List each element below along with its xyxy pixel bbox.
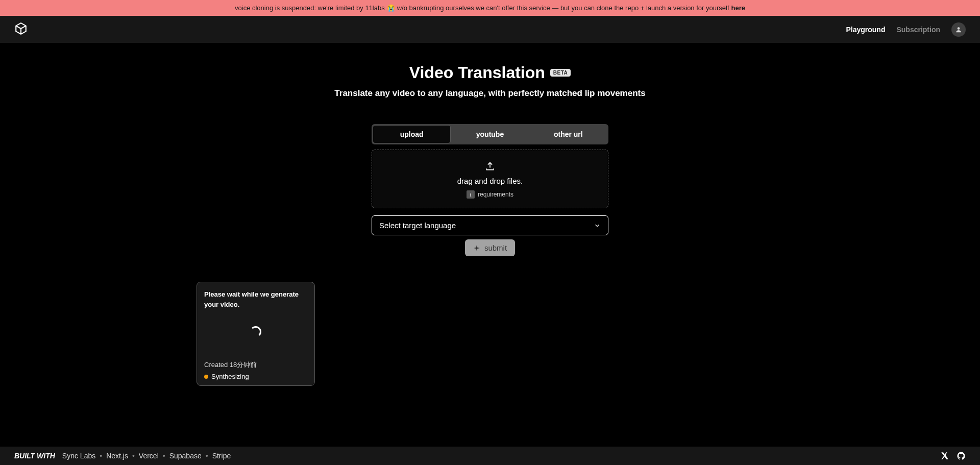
avatar[interactable] <box>951 22 966 37</box>
github-icon[interactable] <box>957 451 966 460</box>
tab-other-url[interactable]: other url <box>530 126 607 143</box>
banner-text-after: w/o bankrupting ourselves we can't offer… <box>397 4 729 12</box>
select-placeholder: Select target language <box>379 221 456 230</box>
status-dot-icon <box>204 375 208 379</box>
submit-button[interactable]: submit <box>465 239 515 256</box>
jobs-area: Please wait while we generate your video… <box>197 282 783 386</box>
footer-sep: • <box>163 452 165 460</box>
navbar: Playground Subscription <box>0 16 980 43</box>
tab-youtube[interactable]: youtube <box>451 126 528 143</box>
dropzone[interactable]: drag and drop files. i requirements <box>372 150 608 208</box>
footer-link-stripe[interactable]: Stripe <box>212 452 231 460</box>
svg-point-0 <box>958 27 960 30</box>
source-tabs: upload youtube other url <box>372 124 608 144</box>
title-row: Video Translation BETA <box>409 63 571 82</box>
spinner-icon <box>250 326 261 337</box>
footer-sep: • <box>100 452 102 460</box>
footer-link-synclabs[interactable]: Sync Labs <box>62 452 95 460</box>
submit-label: submit <box>484 243 507 252</box>
footer-link-supabase[interactable]: Supabase <box>169 452 202 460</box>
info-icon: i <box>467 190 475 199</box>
footer-sep: • <box>132 452 135 460</box>
dropzone-text: drag and drop files. <box>457 177 523 185</box>
chevron-down-icon <box>594 222 601 229</box>
banner-here-link[interactable]: here <box>731 4 745 12</box>
nav-subscription[interactable]: Subscription <box>896 26 940 34</box>
page-title: Video Translation <box>409 63 545 82</box>
banner-text-before: voice cloning is suspended: we're limite… <box>235 4 385 12</box>
language-select[interactable]: Select target language <box>372 215 608 235</box>
top-banner: voice cloning is suspended: we're limite… <box>0 0 980 16</box>
sparkle-icon <box>473 244 480 252</box>
user-icon <box>955 26 962 33</box>
nav-playground[interactable]: Playground <box>846 26 885 34</box>
nav-right: Playground Subscription <box>846 22 966 37</box>
requirements-label: requirements <box>478 191 513 198</box>
tab-upload[interactable]: upload <box>373 126 450 143</box>
footer-link-nextjs[interactable]: Next.js <box>106 452 128 460</box>
job-message: Please wait while we generate your video… <box>204 289 307 309</box>
built-with-label: BUILT WITH <box>14 452 55 460</box>
job-status-label: Synthesizing <box>211 373 249 380</box>
job-created-prefix: Created <box>204 361 230 369</box>
job-spinner-area <box>204 317 307 346</box>
job-created: Created 18分钟前 <box>204 360 307 370</box>
footer-right <box>940 451 966 460</box>
footer-left: BUILT WITH Sync Labs • Next.js • Vercel … <box>14 452 231 460</box>
requirements-link[interactable]: i requirements <box>467 190 513 199</box>
subtitle: Translate any video to any language, wit… <box>334 88 645 99</box>
main-content: Video Translation BETA Translate any vid… <box>0 43 980 386</box>
crying-emoji: 😭 <box>387 4 395 12</box>
job-status: Synthesizing <box>204 373 307 380</box>
x-twitter-icon[interactable] <box>940 451 949 460</box>
footer: BUILT WITH Sync Labs • Next.js • Vercel … <box>0 447 980 465</box>
job-card[interactable]: Please wait while we generate your video… <box>197 282 315 386</box>
beta-badge: BETA <box>550 69 571 77</box>
footer-link-vercel[interactable]: Vercel <box>139 452 159 460</box>
job-created-time: 18分钟前 <box>230 361 257 369</box>
upload-icon <box>485 161 495 172</box>
logo[interactable] <box>14 22 28 37</box>
footer-sep: • <box>206 452 208 460</box>
